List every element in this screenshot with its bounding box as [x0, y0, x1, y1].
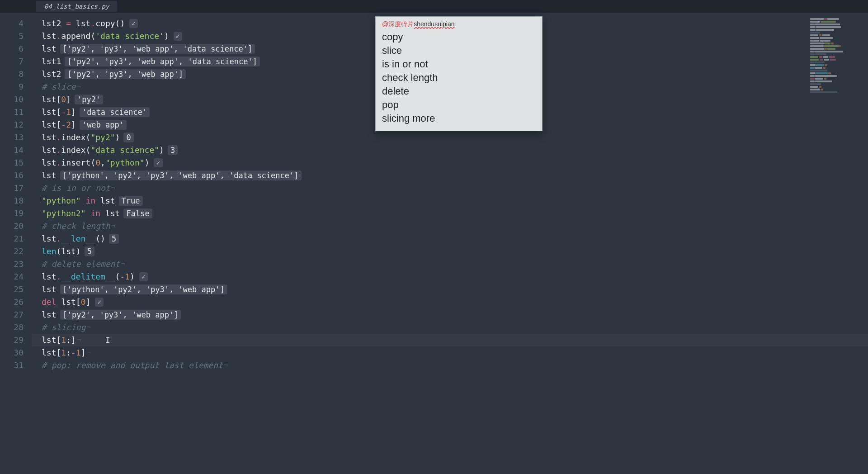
- tab-bar: 04_list_basics.py: [0, 0, 868, 13]
- code-line[interactable]: "python2" in lstFalse: [42, 207, 868, 220]
- eol-marker: ¬: [111, 182, 115, 194]
- token: =: [66, 17, 71, 30]
- code-line[interactable]: lst.__len__()5: [42, 232, 868, 245]
- token: lst[: [42, 93, 61, 106]
- token: "python2": [42, 207, 86, 220]
- popup-item[interactable]: slicing more: [382, 112, 536, 125]
- token: # delete element: [42, 258, 120, 270]
- token: ): [130, 270, 135, 283]
- code-line[interactable]: del lst[0]✓: [42, 296, 868, 308]
- line-number: 24: [0, 270, 24, 283]
- line-number-gutter: 4567891011121314151617181920212223242526…: [0, 13, 32, 474]
- code-line[interactable]: "python" in lstTrue: [42, 194, 868, 207]
- popup-item[interactable]: is in or not: [382, 57, 536, 71]
- token: lst: [42, 144, 57, 156]
- code-line[interactable]: lst['py2', 'py3', 'web app']: [42, 308, 868, 321]
- line-number: 27: [0, 308, 24, 321]
- popup-item[interactable]: slice: [382, 44, 536, 57]
- check-icon: ✓: [95, 298, 104, 307]
- token: lst: [42, 156, 57, 169]
- token: # check length: [42, 220, 110, 232]
- eol-marker: ¬: [111, 220, 115, 232]
- check-icon: ✓: [174, 32, 182, 41]
- code-line[interactable]: len(lst)5: [42, 245, 868, 258]
- popup-item[interactable]: pop: [382, 98, 536, 112]
- token: .: [90, 17, 95, 30]
- eol-marker: ¬: [77, 334, 81, 346]
- line-number: 25: [0, 283, 24, 296]
- line-number: 29: [0, 334, 24, 346]
- token: # pop: remove and output last element: [42, 359, 223, 372]
- eol-marker: ¬: [87, 346, 91, 359]
- code-line[interactable]: lst.insert(0,"python")✓: [42, 156, 868, 169]
- token: lst[: [42, 346, 61, 359]
- token: -: [61, 106, 66, 118]
- popup-item[interactable]: delete: [382, 85, 536, 98]
- token: (: [86, 144, 91, 156]
- token: ): [145, 156, 150, 169]
- line-number: 17: [0, 182, 24, 194]
- token: (: [115, 270, 120, 283]
- token: len: [42, 245, 57, 258]
- token: ,: [100, 156, 105, 169]
- token: lst1: [42, 55, 61, 68]
- code-line[interactable]: # pop: remove and output last element¬: [42, 359, 868, 372]
- popup-heading: @深度碎片shendusuipian: [382, 20, 536, 28]
- file-tab[interactable]: 04_list_basics.py: [36, 1, 117, 12]
- token: ]: [86, 296, 91, 308]
- token: [81, 194, 86, 207]
- code-line[interactable]: lst.__delitem__(-1)✓: [42, 270, 868, 283]
- code-line[interactable]: lst['python', 'py2', 'py3', 'web app']: [42, 283, 868, 296]
- inline-result-badge: ['py2', 'py3', 'web app']: [65, 69, 186, 79]
- token: lst: [42, 308, 57, 321]
- code-line[interactable]: lst['python', 'py2', 'py3', 'web app', '…: [42, 169, 868, 182]
- token: index: [61, 131, 85, 144]
- eol-marker: ¬: [224, 359, 228, 372]
- line-number: 15: [0, 156, 24, 169]
- code-line[interactable]: # delete element¬: [42, 258, 868, 270]
- token: # slicing: [42, 321, 86, 334]
- token: # is in or not: [42, 182, 110, 194]
- check-icon: ✓: [139, 272, 148, 281]
- code-line[interactable]: # is in or not¬: [42, 182, 868, 194]
- line-number: 13: [0, 131, 24, 144]
- token: -: [61, 118, 66, 131]
- token: ]: [71, 118, 76, 131]
- token: lst: [42, 270, 57, 283]
- popup-item[interactable]: check length: [382, 71, 536, 85]
- token: 1: [76, 346, 81, 359]
- inline-result-badge: ['python', 'py2', 'py3', 'web app']: [60, 284, 227, 294]
- code-line[interactable]: # check length¬: [42, 220, 868, 232]
- token: .: [57, 270, 61, 283]
- token: .: [57, 232, 61, 245]
- token: lst2: [42, 17, 66, 30]
- token: lst: [71, 17, 90, 30]
- minimap[interactable]: [810, 18, 864, 118]
- token: index: [61, 144, 85, 156]
- code-line[interactable]: lst.index("data science")3: [42, 144, 868, 156]
- line-number: 22: [0, 245, 24, 258]
- code-line[interactable]: lst[1:-1]¬: [42, 346, 868, 359]
- token: ]: [81, 346, 86, 359]
- line-number: 26: [0, 296, 24, 308]
- token: lst: [42, 131, 57, 144]
- inline-result-badge: 'web app': [80, 120, 127, 130]
- code-line[interactable]: # slicing¬: [42, 321, 868, 334]
- check-icon: ✓: [129, 19, 138, 28]
- eol-marker: ¬: [77, 81, 81, 93]
- line-number: 30: [0, 346, 24, 359]
- token: ): [115, 131, 120, 144]
- code-line[interactable]: lst.index("py2")0: [42, 131, 868, 144]
- popup-item[interactable]: copy: [382, 30, 536, 44]
- line-number: 18: [0, 194, 24, 207]
- inline-result-badge: ['py2', 'py3', 'web app']: [60, 310, 181, 320]
- inline-result-badge: 'py2': [75, 95, 103, 104]
- line-number: 28: [0, 321, 24, 334]
- token: __delitem__: [61, 270, 115, 283]
- token: lst: [42, 30, 57, 43]
- line-number: 12: [0, 118, 24, 131]
- token: "data science": [90, 144, 159, 156]
- code-line[interactable]: lst[1:]¬ I: [32, 334, 868, 346]
- token: (): [115, 17, 125, 30]
- inline-result-badge: ['py2', 'py3', 'web app', 'data science'…: [60, 44, 255, 54]
